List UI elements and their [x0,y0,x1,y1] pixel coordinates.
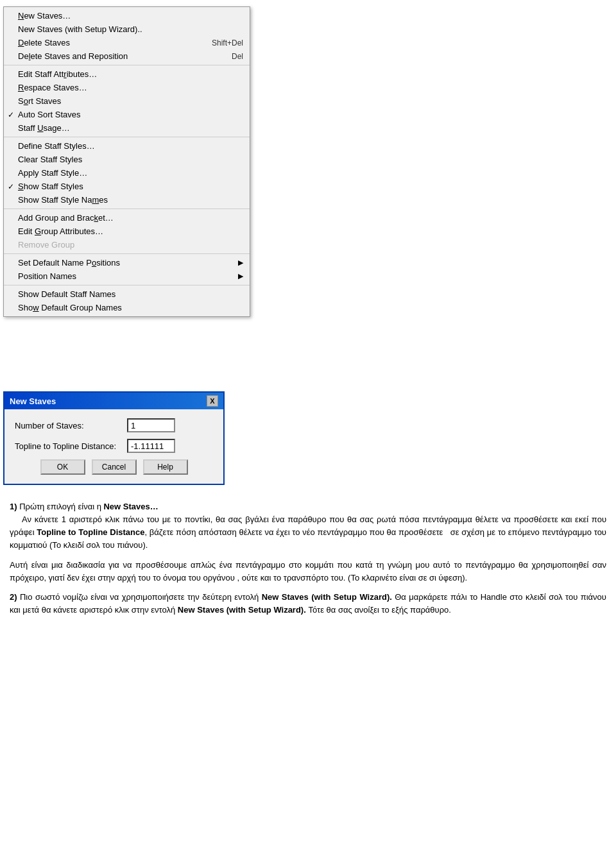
menu-item-edit-group-attributes[interactable]: Edit Group Attributes… [4,225,250,238]
topline-label: Topline to Topline Distance: [15,441,127,451]
menu-item-new-staves[interactable]: New Staves… [4,9,250,22]
menu-group-5: Set Default Name Positions ▶ Position Na… [4,254,250,285]
menu-item-label: Set Default Name Positions [18,258,120,268]
submenu-arrow-icon: ▶ [232,272,243,280]
menu-item-edit-staff-attributes[interactable]: Edit Staff Attributes… [4,67,250,81]
menu-item-label: Apply Staff Style… [18,168,87,178]
menu-item-label: Edit Group Attributes… [18,226,103,236]
section-2-number: 2) [10,592,17,602]
menu-item-add-group-bracket[interactable]: Add Group and Bracket… [4,211,250,225]
menu-item-label: Edit Staff Attributes… [18,69,97,79]
staves-input[interactable] [127,418,175,432]
menu-item-show-default-staff-names[interactable]: Show Default Staff Names [4,287,250,301]
menu-group-2: Edit Staff Attributes… Respace Staves… S… [4,65,250,137]
menu-item-label: Delete Staves and Reposition [18,51,128,61]
menu-item-label: New Staves… [18,11,71,21]
menu-item-remove-group: Remove Group [4,238,250,251]
section-1-intro: Πρώτη επιλογή είναι η [19,502,103,511]
dialog-title: New Staves [10,396,56,406]
menu-item-position-names[interactable]: Position Names ▶ [4,269,250,283]
menu-item-label: Add Group and Bracket… [18,213,114,223]
cancel-button[interactable]: Cancel [92,459,137,475]
new-staves-dialog: New Staves X Number of Staves: Topline t… [3,391,225,485]
menu-item-label: Show Default Staff Names [18,289,116,299]
menu-group-4: Add Group and Bracket… Edit Group Attrib… [4,209,250,254]
menu-item-delete-staves-reposition[interactable]: Delete Staves and Reposition Del [4,49,250,63]
menu-group-1: New Staves… New Staves (with Setup Wizar… [4,7,250,65]
menu-item-label: Respace Staves… [18,83,87,92]
submenu-arrow-icon: ▶ [232,259,243,267]
section-1-bold1: New Staves… [103,502,158,511]
menu-item-label: Show Staff Styles [18,182,83,191]
dialog-close-button[interactable]: X [207,395,218,407]
menu-item-label: Remove Group [18,240,74,250]
checkmark-icon: ✓ [8,110,14,119]
topline-input[interactable] [127,439,175,453]
menu-item-shortcut: Shift+Del [193,38,243,47]
menu-item-label: Position Names [18,271,76,281]
menu-item-label: Sort Staves [18,96,61,106]
section-2-rest2: Τότε θα σας ανοίξει το εξής παράθυρο. [308,605,450,615]
menu-item-clear-staff-styles[interactable]: Clear Staff Styles [4,153,250,166]
dialog-row-staves: Number of Staves: [15,418,213,432]
context-menu: New Staves… New Staves (with Setup Wizar… [3,6,250,317]
section-1-paragraph: 1) Πρώτη επιλογή είναι η New Staves… Αν … [10,500,606,552]
menu-group-3: Define Staff Styles… Clear Staff Styles … [4,137,250,209]
menu-item-set-default-name-positions[interactable]: Set Default Name Positions ▶ [4,256,250,269]
menu-item-auto-sort-staves[interactable]: ✓ Auto Sort Staves [4,108,250,121]
menu-item-label: Clear Staff Styles [18,155,82,164]
dialog-row-topline: Topline to Topline Distance: [15,439,213,453]
dialog-box: New Staves X Number of Staves: Topline t… [3,391,225,485]
menu-item-label: Define Staff Styles… [18,141,95,151]
menu-item-label: New Staves (with Setup Wizard).. [18,24,142,34]
menu-item-show-staff-style-names[interactable]: Show Staff Style Names [4,193,250,207]
dialog-titlebar: New Staves X [4,393,223,409]
menu-item-label: Delete Staves [18,38,70,47]
menu-group-6: Show Default Staff Names Show Default Gr… [4,285,250,316]
menu-item-sort-staves[interactable]: Sort Staves [4,94,250,108]
menu-item-delete-staves[interactable]: Delete Staves Shift+Del [4,36,250,49]
body-text-area: 1) Πρώτη επιλογή είναι η New Staves… Αν … [3,500,613,623]
section-2-paragraph: 2) Πιο σωστό νομίζω είναι να χρησιμοποιή… [10,591,606,617]
menu-item-label: Show Staff Style Names [18,195,108,205]
menu-item-show-default-group-names[interactable]: Show Default Group Names [4,301,250,314]
section-2-bold2: New Staves (with Setup Wizard). [178,605,306,615]
section-2-bold1: New Staves (with Setup Wizard). [262,592,392,602]
menu-item-define-staff-styles[interactable]: Define Staff Styles… [4,139,250,153]
section-1-number: 1) [10,502,17,511]
menu-item-show-staff-styles[interactable]: ✓ Show Staff Styles [4,180,250,193]
menu-item-staff-usage[interactable]: Staff Usage… [4,121,250,135]
help-button[interactable]: Help [143,459,188,475]
menu-item-apply-staff-style[interactable]: Apply Staff Style… [4,166,250,180]
ok-button[interactable]: OK [40,459,85,475]
checkmark-icon: ✓ [8,182,14,191]
menu-item-respace-staves[interactable]: Respace Staves… [4,81,250,94]
section-2-intro: Πιο σωστό νομίζω είναι να χρησιμοποιήσετ… [20,592,262,602]
menu-item-label: Auto Sort Staves [18,110,81,119]
menu-item-new-staves-wizard[interactable]: New Staves (with Setup Wizard).. [4,22,250,36]
dialog-body: Number of Staves: Topline to Topline Dis… [4,409,223,484]
staves-label: Number of Staves: [15,421,127,430]
dialog-buttons: OK Cancel Help [15,459,213,475]
section-1-continuation: Αυτή είναι μια διαδικασία για να προσθέσ… [10,559,606,584]
menu-item-label: Staff Usage… [18,123,70,133]
section-1-bold2: Topline to Topline Distance [37,527,144,537]
menu-item-shortcut: Del [212,52,243,61]
menu-item-label: Show Default Group Names [18,303,122,312]
